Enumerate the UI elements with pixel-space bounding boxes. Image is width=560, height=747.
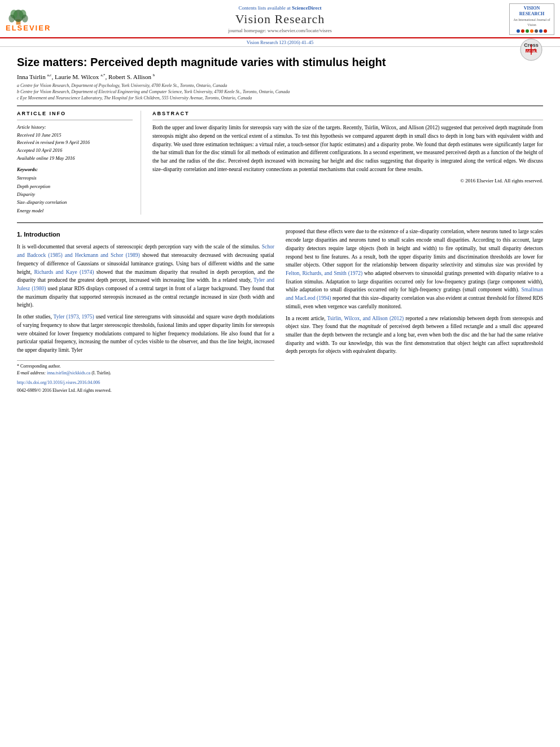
ref-felton[interactable]: Felton, Richards, and Smith (1972): [286, 270, 362, 276]
keywords-section: Keywords: Stereopsis Depth perception Di…: [17, 167, 133, 215]
received-date: Received 10 June 2015: [17, 132, 133, 139]
right-para1: proposed that these effects were due to …: [286, 228, 543, 311]
accepted-date: Accepted 10 April 2016: [17, 147, 133, 155]
dot-1: [517, 29, 520, 33]
email-note: E-mail address: inna.tsirlin@sickkids.ca…: [17, 370, 274, 377]
doi-link[interactable]: http://dx.doi.org/10.1016/j.visres.2016.…: [17, 380, 100, 385]
article-info-abstract: ARTICLE INFO Article history: Received 1…: [17, 111, 543, 215]
affiliation-a: a Centre for Vision Research, Department…: [17, 82, 543, 89]
ref-schor-badcock[interactable]: Schor and Badcock (1985) and Heckmann an…: [17, 244, 274, 258]
contents-available: Contents lists available at ScienceDirec…: [239, 5, 322, 11]
dot-3: [526, 29, 529, 33]
svg-point-5: [22, 15, 28, 23]
affiliation-b: b Centre for Vision Research, Department…: [17, 89, 543, 95]
elsevier-logo: ELSEVIER: [6, 6, 51, 32]
right-para2: In a recent article, Tsirlin, Wilcox, an…: [286, 314, 543, 356]
authors-line: Inna Tsirlin a,c, Laurie M. Wilcox a,*, …: [17, 73, 543, 80]
main-content: Cross Mark Size matters: Perceived depth…: [0, 47, 560, 400]
elsevier-wordmark: ELSEVIER: [6, 24, 51, 32]
body-columns: 1. Introduction It is well-documented th…: [17, 228, 543, 394]
intro-para1: It is well-documented that several aspec…: [17, 243, 274, 309]
history-label: Article history:: [17, 124, 133, 132]
corresponding-note: * Corresponding author.: [17, 363, 274, 370]
dot-2: [521, 29, 524, 33]
ref-tyler-julesz[interactable]: Tyler and Julesz (1980): [17, 277, 274, 291]
body-right-col: proposed that these effects were due to …: [286, 228, 543, 394]
keyword-2: Depth perception: [17, 182, 133, 190]
available-online-date: Available online 19 May 2016: [17, 155, 133, 163]
footnotes: * Corresponding author. E-mail address: …: [17, 360, 274, 377]
keyword-1: Stereopsis: [17, 174, 133, 182]
journal-header-center: Contents lists available at ScienceDirec…: [51, 5, 509, 33]
abstract-label: ABSTRACT: [152, 111, 543, 116]
author-wilcox: Laurie M. Wilcox: [55, 73, 100, 80]
keyword-3: Disparity: [17, 190, 133, 198]
vr-badge: VISION RESEARCH An International Journal…: [509, 3, 554, 35]
author-allison: Robert S. Allison: [108, 73, 153, 80]
abstract-panel: ABSTRACT Both the upper and lower dispar…: [152, 111, 543, 215]
svg-point-4: [8, 15, 15, 23]
journal-name: Vision Research: [235, 12, 325, 27]
divider-after-affiliations: [17, 106, 543, 106]
article-info-label: ARTICLE INFO: [17, 111, 133, 116]
dot-4: [530, 29, 533, 33]
article-history: Article history: Received 10 June 2015 R…: [17, 124, 133, 162]
abstract-copyright: © 2016 Elsevier Ltd. All rights reserved…: [152, 177, 543, 185]
copyright-line: 0042-6989/© 2016 Elsevier Ltd. All right…: [17, 387, 274, 394]
dot-7: [544, 29, 547, 33]
doi-line: http://dx.doi.org/10.1016/j.visres.2016.…: [17, 379, 274, 386]
ref-tyler-1973[interactable]: Tyler (1973, 1975): [54, 314, 94, 320]
vr-badge-box: VISION RESEARCH An International Journal…: [509, 3, 554, 35]
divider-abstract: [152, 120, 543, 120]
journal-homepage: journal homepage: www.elsevier.com/locat…: [228, 28, 331, 33]
divider-info: [17, 120, 133, 120]
science-direct-link[interactable]: ScienceDirect: [292, 5, 321, 11]
article-title: Size matters: Perceived depth magnitude …: [17, 55, 543, 69]
vr-badge-dots: [513, 29, 551, 33]
keywords-label: Keywords:: [17, 167, 133, 172]
ref-tsirlin-2012[interactable]: Tsirlin, Wilcox, and Allison (2012): [327, 316, 404, 321]
received-revised-date: Received in revised form 9 April 2016: [17, 139, 133, 147]
crossmark-badge: Cross Mark: [519, 38, 543, 63]
email-link[interactable]: inna.tsirlin@sickkids.ca: [47, 370, 90, 375]
abstract-body: Both the upper and lower disparity limit…: [152, 124, 543, 173]
keyword-4: Size–disparity correlation: [17, 198, 133, 206]
abstract-text: Both the upper and lower disparity limit…: [152, 124, 543, 185]
keywords-list: Stereopsis Depth perception Disparity Si…: [17, 174, 133, 215]
author-tsirlin: Inna Tsirlin: [17, 73, 47, 80]
journal-header: ELSEVIER Contents lists available at Sci…: [0, 0, 560, 38]
introduction-heading: 1. Introduction: [17, 230, 274, 239]
body-divider: [17, 222, 543, 223]
vr-badge-subtitle: An International Journal of Vision: [513, 18, 550, 27]
keyword-5: Energy model: [17, 207, 133, 215]
dot-5: [535, 29, 538, 33]
body-left-col: 1. Introduction It is well-documented th…: [17, 228, 274, 394]
ref-smallman[interactable]: Smallman and MacLeod (1994): [286, 287, 543, 301]
vr-badge-title: VISION RESEARCH: [513, 6, 551, 18]
dot-6: [539, 29, 542, 33]
article-info-panel: ARTICLE INFO Article history: Received 1…: [17, 111, 141, 215]
affiliation-c: c Eye Movement and Neuroscience Laborato…: [17, 95, 543, 101]
intro-para2: In other studies, Tyler (1973, 1975) use…: [17, 313, 274, 355]
affiliations: a Centre for Vision Research, Department…: [17, 82, 543, 102]
article-id-bar: Vision Research 123 (2016) 41–45: [0, 38, 560, 47]
ref-richards-kaye[interactable]: Richards and Kaye (1974): [34, 269, 94, 275]
